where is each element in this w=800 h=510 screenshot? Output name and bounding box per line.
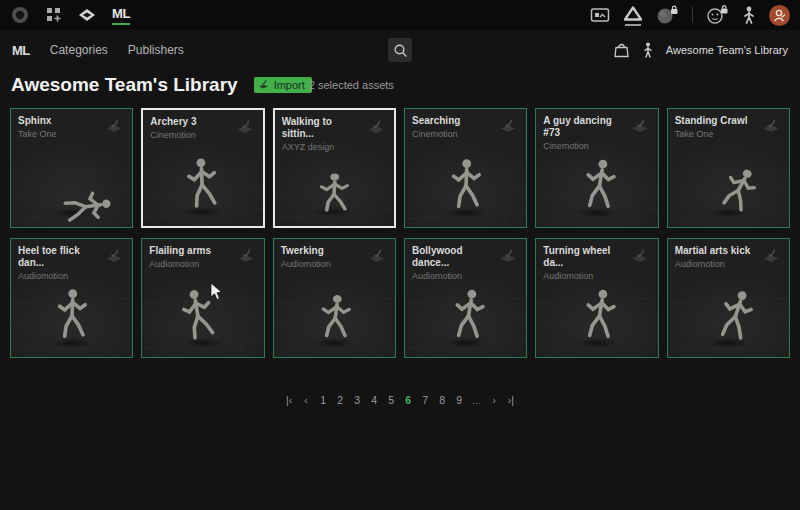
page-button-2[interactable]: 2 [334, 392, 346, 408]
asset-card[interactable]: Heel toe flick dan... Audiomotion [10, 238, 133, 358]
card-title: Archery 3 [150, 116, 196, 128]
import-button-label: Import [274, 79, 305, 91]
page-title: Awesome Team's Library [11, 74, 238, 96]
frames-icon[interactable] [590, 7, 610, 23]
prev-button[interactable]: ‹ [300, 392, 312, 408]
triangle-tool-tab[interactable] [623, 5, 643, 26]
asset-card[interactable]: Turning wheel da... Audiomotion [535, 238, 658, 358]
ml-nav-label: ML [12, 43, 30, 58]
card-publisher: AXYZ design [282, 142, 365, 152]
asset-card[interactable]: Walking to sittin... AXYZ design [273, 108, 396, 228]
library-character-icon[interactable] [642, 42, 654, 59]
active-app-underline [112, 23, 130, 25]
asset-grid: Sphinx Take One [0, 108, 800, 358]
card-title: Martial arts kick [675, 245, 751, 257]
page-button-4[interactable]: 4 [368, 392, 380, 408]
card-publisher: Audiomotion [675, 259, 751, 269]
page-button-5[interactable]: 5 [385, 392, 397, 408]
card-title: Flailing arms [149, 245, 211, 257]
next-button[interactable]: › [488, 392, 500, 408]
card-title: Heel toe flick dan... [18, 245, 103, 269]
card-publisher: Cinemotion [543, 141, 628, 151]
search-icon [393, 43, 408, 58]
face-locked-icon[interactable] [706, 5, 729, 25]
import-asset-icon[interactable] [234, 118, 256, 135]
current-library-label[interactable]: Awesome Team's Library [666, 44, 788, 56]
asset-card[interactable]: Flailing arms Audiomotion [141, 238, 264, 358]
card-title: Bollywood dance... [412, 245, 497, 269]
card-title: Searching [412, 115, 460, 127]
import-asset-icon[interactable] [760, 247, 782, 264]
asset-card[interactable]: Twerking Audiomotion [273, 238, 396, 358]
page-header: Awesome Team's Library Import 2 selected… [0, 72, 800, 98]
card-publisher: Cinemotion [412, 129, 460, 139]
toolbar-divider [692, 7, 693, 23]
card-title: Sphinx [18, 115, 57, 127]
card-title: Twerking [281, 245, 331, 257]
bag-icon[interactable] [613, 42, 630, 59]
page-button-6[interactable]: 6 [402, 392, 414, 408]
import-asset-icon[interactable] [103, 247, 125, 264]
page-button-9[interactable]: 9 [453, 392, 465, 408]
asset-card[interactable]: Martial arts kick Audiomotion [667, 238, 790, 358]
asset-card[interactable]: A guy dancing #73 Cinemotion [535, 108, 658, 228]
search-button[interactable] [388, 38, 412, 62]
page-button-3[interactable]: 3 [351, 392, 363, 408]
pagination: |‹‹123456789...››| [0, 392, 800, 408]
nav-publishers[interactable]: Publishers [128, 43, 184, 57]
import-asset-icon[interactable] [235, 247, 257, 264]
top-app-bar: ML [0, 0, 800, 30]
card-title: Walking to sittin... [282, 116, 365, 140]
card-publisher: Audiomotion [149, 259, 211, 269]
character-icon[interactable] [742, 6, 756, 25]
card-publisher: Audiomotion [18, 271, 103, 281]
app-logo-icon[interactable] [10, 5, 30, 25]
material-sphere-locked-icon[interactable] [656, 5, 679, 25]
last-button[interactable]: ›| [505, 392, 517, 408]
diamond-app-icon[interactable] [78, 8, 96, 22]
asset-card[interactable]: Standing Crawl Take One [667, 108, 790, 228]
card-publisher: Cinemotion [150, 130, 196, 140]
page-button-1[interactable]: 1 [317, 392, 329, 408]
ellipsis-button: ... [470, 392, 483, 408]
import-asset-icon[interactable] [366, 247, 388, 264]
import-asset-icon[interactable] [497, 247, 519, 264]
import-asset-icon[interactable] [497, 117, 519, 134]
card-title: A guy dancing #73 [543, 115, 628, 139]
card-publisher: Audiomotion [412, 271, 497, 281]
import-icon [257, 79, 270, 91]
page-button-7[interactable]: 7 [419, 392, 431, 408]
ml-nav-logo[interactable]: ML [12, 43, 30, 58]
library-nav-bar: ML Categories Publishers Awesome Team's … [0, 30, 800, 70]
import-asset-icon[interactable] [760, 117, 782, 134]
import-selected-button[interactable]: Import 2 selected assets [254, 77, 394, 93]
asset-card[interactable]: Bollywood dance... Audiomotion [404, 238, 527, 358]
import-asset-icon[interactable] [365, 118, 387, 135]
asset-card[interactable]: Sphinx Take One [10, 108, 133, 228]
ml-app-tab[interactable]: ML [112, 6, 130, 25]
user-avatar[interactable] [769, 5, 790, 26]
first-button[interactable]: |‹ [283, 392, 295, 408]
asset-card[interactable]: Searching Cinemotion [404, 108, 527, 228]
card-publisher: Take One [18, 129, 57, 139]
import-asset-icon[interactable] [103, 117, 125, 134]
selection-count-label: 2 selected assets [309, 79, 394, 91]
card-publisher: Take One [675, 129, 748, 139]
card-publisher: Audiomotion [281, 259, 331, 269]
ml-app-label: ML [112, 6, 130, 21]
card-publisher: Audiomotion [543, 271, 628, 281]
nav-categories[interactable]: Categories [50, 43, 108, 57]
import-asset-icon[interactable] [629, 247, 651, 264]
page-button-8[interactable]: 8 [436, 392, 448, 408]
import-asset-icon[interactable] [629, 117, 651, 134]
card-title: Turning wheel da... [543, 245, 628, 269]
apps-grid-icon[interactable] [46, 7, 62, 23]
active-tool-underline [625, 24, 641, 26]
asset-card[interactable]: Archery 3 Cinemotion [141, 108, 264, 228]
card-title: Standing Crawl [675, 115, 748, 127]
